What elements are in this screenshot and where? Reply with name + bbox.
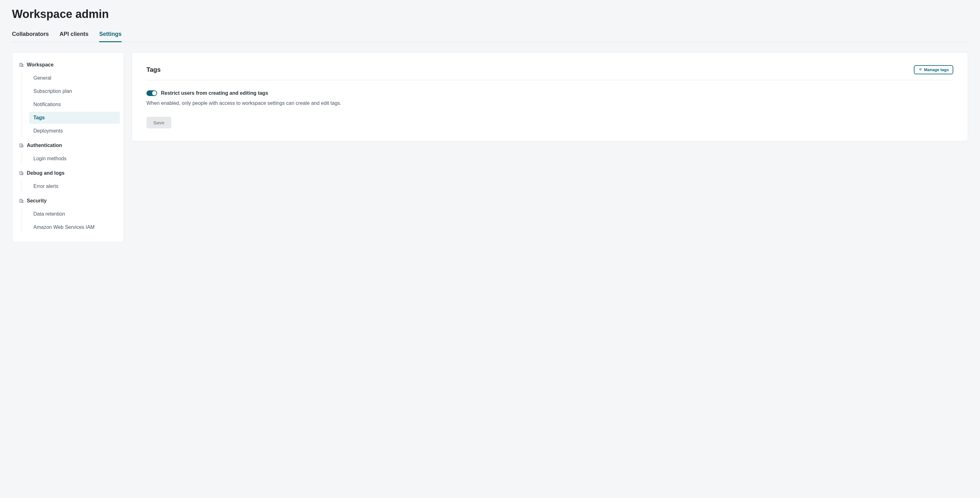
sidebar-group-debug: Debug and logs [16, 167, 120, 179]
tab-api-clients[interactable]: API clients [59, 31, 89, 42]
sidebar-group-label: Authentication [27, 143, 62, 148]
content-panel: Tags Manage tags Restrict users from cre… [132, 52, 968, 141]
settings-sidebar: Workspace General Subscription plan Noti… [12, 52, 124, 243]
sidebar-item-general[interactable]: General [29, 72, 120, 84]
building-icon [19, 199, 24, 203]
save-button[interactable]: Save [146, 117, 171, 128]
sidebar-item-aws-iam[interactable]: Amazon Web Services IAM [29, 221, 120, 233]
svg-rect-3 [22, 145, 23, 147]
manage-tags-button[interactable]: Manage tags [914, 65, 953, 74]
manage-tags-label: Manage tags [924, 67, 949, 72]
tab-settings[interactable]: Settings [99, 31, 122, 42]
svg-rect-1 [22, 64, 23, 67]
building-icon [19, 171, 24, 175]
tab-collaborators[interactable]: Collaborators [12, 31, 49, 42]
sidebar-group-label: Debug and logs [27, 170, 65, 176]
svg-rect-2 [20, 144, 22, 147]
sidebar-item-tags[interactable]: Tags [29, 112, 120, 124]
sidebar-item-subscription-plan[interactable]: Subscription plan [29, 85, 120, 97]
sidebar-item-deployments[interactable]: Deployments [29, 125, 120, 137]
svg-rect-4 [20, 171, 22, 175]
page-title: Workspace admin [12, 8, 968, 21]
restrict-tags-description: When enabled, only people with access to… [146, 100, 953, 106]
building-icon [19, 143, 24, 147]
svg-rect-7 [22, 200, 23, 202]
sidebar-group-security: Security [16, 195, 120, 207]
svg-rect-0 [20, 63, 22, 67]
sidebar-group-label: Workspace [27, 62, 54, 68]
sidebar-group-workspace: Workspace [16, 59, 120, 71]
sidebar-group-label: Security [27, 198, 47, 204]
svg-rect-5 [22, 173, 23, 175]
restrict-tags-toggle[interactable] [146, 90, 157, 96]
svg-rect-6 [20, 199, 22, 203]
building-icon [19, 63, 24, 67]
sidebar-item-notifications[interactable]: Notifications [29, 98, 120, 111]
content-title: Tags [146, 66, 161, 73]
sidebar-item-error-alerts[interactable]: Error alerts [29, 180, 120, 192]
gear-icon [918, 67, 922, 72]
sidebar-item-data-retention[interactable]: Data retention [29, 208, 120, 220]
sidebar-group-authentication: Authentication [16, 140, 120, 151]
sidebar-item-login-methods[interactable]: Login methods [29, 153, 120, 165]
restrict-tags-label: Restrict users from creating and editing… [161, 90, 268, 96]
top-tabs: Collaborators API clients Settings [12, 31, 968, 42]
